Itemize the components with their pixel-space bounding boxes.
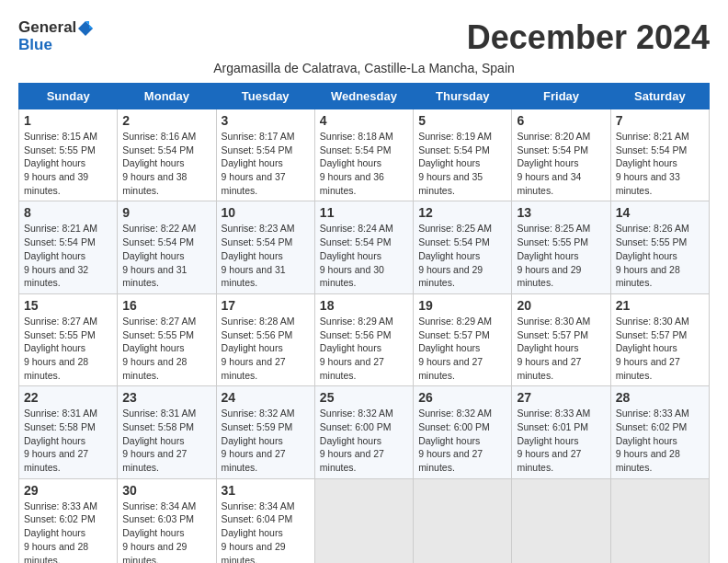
logo-text: General: [18, 18, 95, 38]
logo: General Blue: [18, 18, 95, 54]
calendar-day-cell: 27 Sunrise: 8:33 AM Sunset: 6:01 PM Dayl…: [512, 386, 610, 478]
day-number: 16: [122, 298, 210, 313]
day-info: Sunrise: 8:30 AM Sunset: 5:57 PM Dayligh…: [517, 315, 605, 382]
calendar-day-cell: 7 Sunrise: 8:21 AM Sunset: 5:54 PM Dayli…: [610, 109, 709, 201]
day-info: Sunrise: 8:34 AM Sunset: 6:03 PM Dayligh…: [122, 500, 210, 563]
day-number: 22: [24, 390, 112, 405]
day-number: 29: [24, 483, 112, 498]
day-info: Sunrise: 8:21 AM Sunset: 5:54 PM Dayligh…: [616, 130, 704, 197]
day-info: Sunrise: 8:25 AM Sunset: 5:54 PM Dayligh…: [418, 222, 506, 289]
day-info: Sunrise: 8:33 AM Sunset: 6:02 PM Dayligh…: [24, 500, 112, 563]
day-number: 18: [320, 298, 408, 313]
day-number: 6: [517, 113, 605, 128]
day-info: Sunrise: 8:23 AM Sunset: 5:54 PM Dayligh…: [222, 222, 310, 289]
day-info: Sunrise: 8:26 AM Sunset: 5:55 PM Dayligh…: [616, 222, 704, 289]
calendar-table: Sunday Monday Tuesday Wednesday Thursday…: [18, 83, 710, 563]
calendar-day-cell: 26 Sunrise: 8:32 AM Sunset: 6:00 PM Dayl…: [414, 386, 512, 478]
day-number: 21: [616, 298, 704, 313]
calendar-day-cell: 20 Sunrise: 8:30 AM Sunset: 5:57 PM Dayl…: [512, 293, 610, 385]
day-number: 20: [517, 298, 605, 313]
calendar-day-cell: 19 Sunrise: 8:29 AM Sunset: 5:57 PM Dayl…: [414, 293, 512, 385]
calendar-day-cell: 11 Sunrise: 8:24 AM Sunset: 5:54 PM Dayl…: [314, 201, 413, 293]
page-header: General Blue December 2024: [18, 18, 710, 57]
calendar-day-cell: 18 Sunrise: 8:29 AM Sunset: 5:56 PM Dayl…: [314, 293, 413, 385]
day-info: Sunrise: 8:27 AM Sunset: 5:55 PM Dayligh…: [122, 315, 210, 382]
day-number: 23: [122, 390, 210, 405]
day-info: Sunrise: 8:32 AM Sunset: 6:00 PM Dayligh…: [320, 407, 408, 474]
calendar-day-cell: 6 Sunrise: 8:20 AM Sunset: 5:54 PM Dayli…: [512, 109, 610, 201]
col-tuesday: Tuesday: [216, 84, 314, 109]
col-wednesday: Wednesday: [314, 84, 413, 109]
day-info: Sunrise: 8:24 AM Sunset: 5:54 PM Dayligh…: [320, 222, 408, 289]
day-number: 8: [24, 205, 112, 220]
col-saturday: Saturday: [610, 84, 709, 109]
day-info: Sunrise: 8:33 AM Sunset: 6:01 PM Dayligh…: [517, 407, 605, 474]
calendar-day-cell: 25 Sunrise: 8:32 AM Sunset: 6:00 PM Dayl…: [314, 386, 413, 478]
day-number: 17: [222, 298, 310, 313]
calendar-day-cell: 2 Sunrise: 8:16 AM Sunset: 5:54 PM Dayli…: [118, 109, 216, 201]
day-number: 19: [418, 298, 506, 313]
calendar-week-row: 29 Sunrise: 8:33 AM Sunset: 6:02 PM Dayl…: [19, 478, 710, 563]
day-info: Sunrise: 8:19 AM Sunset: 5:54 PM Dayligh…: [418, 130, 506, 197]
calendar-day-cell: 5 Sunrise: 8:19 AM Sunset: 5:54 PM Dayli…: [414, 109, 512, 201]
calendar-day-cell: [314, 478, 413, 563]
month-title: December 2024: [467, 18, 710, 57]
calendar-week-row: 8 Sunrise: 8:21 AM Sunset: 5:54 PM Dayli…: [19, 201, 710, 293]
calendar-day-cell: 12 Sunrise: 8:25 AM Sunset: 5:54 PM Dayl…: [414, 201, 512, 293]
day-info: Sunrise: 8:18 AM Sunset: 5:54 PM Dayligh…: [320, 130, 408, 197]
day-number: 30: [122, 483, 210, 498]
col-friday: Friday: [512, 84, 610, 109]
subtitle: Argamasilla de Calatrava, Castille-La Ma…: [18, 61, 710, 75]
calendar-day-cell: 23 Sunrise: 8:31 AM Sunset: 5:58 PM Dayl…: [118, 386, 216, 478]
calendar-week-row: 1 Sunrise: 8:15 AM Sunset: 5:55 PM Dayli…: [19, 109, 710, 201]
calendar-day-cell: 10 Sunrise: 8:23 AM Sunset: 5:54 PM Dayl…: [216, 201, 314, 293]
day-info: Sunrise: 8:29 AM Sunset: 5:57 PM Dayligh…: [418, 315, 506, 382]
calendar-day-cell: 13 Sunrise: 8:25 AM Sunset: 5:55 PM Dayl…: [512, 201, 610, 293]
day-number: 10: [222, 205, 310, 220]
col-sunday: Sunday: [19, 84, 118, 109]
day-number: 4: [320, 113, 408, 128]
day-info: Sunrise: 8:27 AM Sunset: 5:55 PM Dayligh…: [24, 315, 112, 382]
day-number: 28: [616, 390, 704, 405]
day-number: 1: [24, 113, 112, 128]
day-info: Sunrise: 8:31 AM Sunset: 5:58 PM Dayligh…: [24, 407, 112, 474]
day-info: Sunrise: 8:20 AM Sunset: 5:54 PM Dayligh…: [517, 130, 605, 197]
calendar-day-cell: 14 Sunrise: 8:26 AM Sunset: 5:55 PM Dayl…: [610, 201, 709, 293]
day-number: 15: [24, 298, 112, 313]
day-number: 5: [418, 113, 506, 128]
col-thursday: Thursday: [414, 84, 512, 109]
day-info: Sunrise: 8:31 AM Sunset: 5:58 PM Dayligh…: [122, 407, 210, 474]
calendar-day-cell: 21 Sunrise: 8:30 AM Sunset: 5:57 PM Dayl…: [610, 293, 709, 385]
day-info: Sunrise: 8:30 AM Sunset: 5:57 PM Dayligh…: [616, 315, 704, 382]
calendar-header-row: Sunday Monday Tuesday Wednesday Thursday…: [19, 84, 710, 109]
col-monday: Monday: [118, 84, 216, 109]
day-number: 13: [517, 205, 605, 220]
calendar-body: 1 Sunrise: 8:15 AM Sunset: 5:55 PM Dayli…: [19, 109, 710, 564]
calendar-day-cell: 30 Sunrise: 8:34 AM Sunset: 6:03 PM Dayl…: [118, 478, 216, 563]
logo-icon: [76, 19, 95, 38]
calendar-day-cell: 1 Sunrise: 8:15 AM Sunset: 5:55 PM Dayli…: [19, 109, 118, 201]
day-info: Sunrise: 8:33 AM Sunset: 6:02 PM Dayligh…: [616, 407, 704, 474]
calendar-day-cell: [610, 478, 709, 563]
calendar-day-cell: [512, 478, 610, 563]
day-info: Sunrise: 8:25 AM Sunset: 5:55 PM Dayligh…: [517, 222, 605, 289]
calendar-day-cell: 29 Sunrise: 8:33 AM Sunset: 6:02 PM Dayl…: [19, 478, 118, 563]
logo-blue-text: Blue: [18, 36, 95, 54]
day-number: 3: [222, 113, 310, 128]
day-number: 9: [122, 205, 210, 220]
day-number: 11: [320, 205, 408, 220]
day-number: 12: [418, 205, 506, 220]
calendar-day-cell: 16 Sunrise: 8:27 AM Sunset: 5:55 PM Dayl…: [118, 293, 216, 385]
day-info: Sunrise: 8:21 AM Sunset: 5:54 PM Dayligh…: [24, 222, 112, 289]
calendar-week-row: 15 Sunrise: 8:27 AM Sunset: 5:55 PM Dayl…: [19, 293, 710, 385]
day-number: 24: [222, 390, 310, 405]
day-number: 25: [320, 390, 408, 405]
calendar-day-cell: 3 Sunrise: 8:17 AM Sunset: 5:54 PM Dayli…: [216, 109, 314, 201]
day-info: Sunrise: 8:29 AM Sunset: 5:56 PM Dayligh…: [320, 315, 408, 382]
calendar-day-cell: 4 Sunrise: 8:18 AM Sunset: 5:54 PM Dayli…: [314, 109, 413, 201]
day-number: 31: [222, 483, 310, 498]
calendar-day-cell: 8 Sunrise: 8:21 AM Sunset: 5:54 PM Dayli…: [19, 201, 118, 293]
calendar-day-cell: 31 Sunrise: 8:34 AM Sunset: 6:04 PM Dayl…: [216, 478, 314, 563]
calendar-day-cell: 28 Sunrise: 8:33 AM Sunset: 6:02 PM Dayl…: [610, 386, 709, 478]
day-info: Sunrise: 8:28 AM Sunset: 5:56 PM Dayligh…: [222, 315, 310, 382]
